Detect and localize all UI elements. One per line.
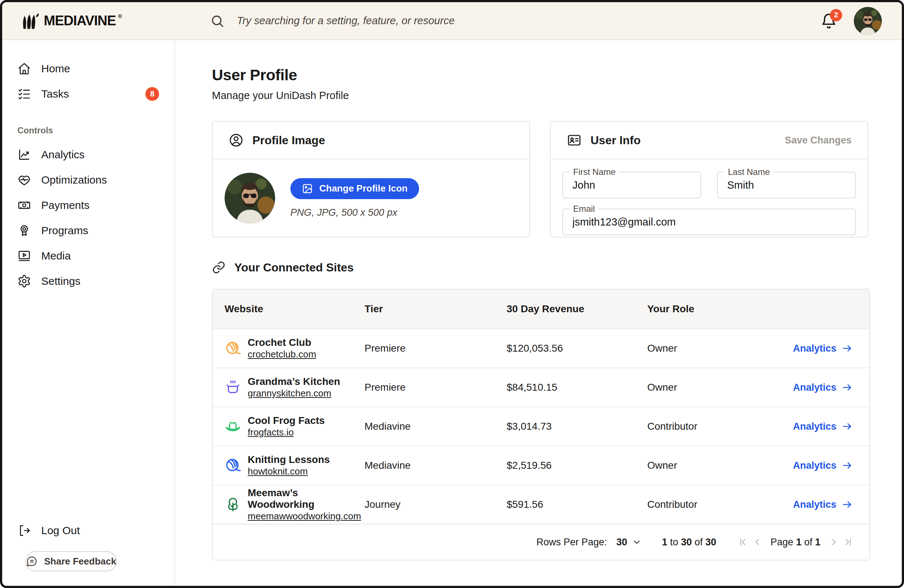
page-subtitle: Manage your UniDash Profile (212, 90, 902, 102)
share-feedback-button[interactable]: Share Feedback (25, 551, 117, 571)
feedback-bubble-icon (26, 555, 38, 567)
tree-icon (224, 496, 241, 513)
sidebar-item-label: Programs (41, 224, 88, 237)
email-input[interactable] (563, 216, 855, 228)
sidebar-item-label: Payments (41, 199, 89, 211)
sidebar-item-media[interactable]: Media (2, 243, 174, 268)
analytics-link[interactable]: Analytics (793, 381, 853, 393)
table-row: Grandma’s Kitchen grannyskitchen.com Pre… (213, 367, 869, 407)
change-profile-icon-button[interactable]: Change Profile Icon (290, 178, 419, 199)
cowboy-hat-icon (224, 418, 241, 435)
sidebar-item-label: Tasks (41, 88, 69, 100)
rows-per-page-label: Rows Per Page: (536, 537, 607, 548)
connected-sites-title: Your Connected Sites (234, 261, 354, 274)
sidebar-item-home[interactable]: Home (2, 56, 174, 81)
save-changes-button[interactable]: Save Changes (785, 135, 852, 146)
analytics-link[interactable]: Analytics (793, 421, 853, 432)
profile-image-card-title: Profile Image (252, 134, 325, 147)
avatar-photo (854, 7, 882, 35)
row-range-text: 1 to 30 of 30 (662, 537, 716, 548)
next-page-icon[interactable] (828, 536, 839, 548)
site-name: Cool Frog Facts (248, 415, 325, 426)
site-name: Grandma’s Kitchen (248, 376, 340, 388)
search-input[interactable] (237, 15, 562, 27)
topbar-actions: 2 (820, 7, 882, 35)
award-medal-icon (17, 224, 31, 238)
pagination: Page 1 of 1 (738, 536, 853, 548)
last-name-label: Last Name (724, 167, 773, 177)
site-tier: Premiere (365, 343, 507, 354)
notifications-button[interactable]: 2 (820, 12, 837, 30)
site-revenue: $120,053.56 (507, 343, 647, 354)
table-row: Cool Frog Facts frogfacts.io Mediavine $… (213, 407, 869, 446)
profile-image-card: Profile Image (212, 121, 530, 238)
logo-registered-mark: ® (118, 13, 122, 19)
sidebar-item-label: Home (41, 63, 70, 75)
sidebar-item-programs[interactable]: Programs (2, 218, 174, 243)
yarn-ball-icon (224, 457, 241, 474)
page-indicator: Page 1 of 1 (771, 537, 820, 548)
gear-icon (17, 274, 31, 288)
first-page-icon[interactable] (738, 536, 749, 548)
arrow-right-icon (841, 499, 853, 510)
connected-sites-header: Your Connected Sites (212, 260, 902, 274)
site-role: Owner (647, 381, 788, 393)
email-label: Email (569, 204, 599, 214)
sidebar-item-optimizations[interactable]: Optimizations (2, 167, 174, 192)
home-icon (17, 62, 31, 76)
logo-wordmark: MEDIAVINE (44, 12, 116, 29)
site-domain-link[interactable]: meemawwoodworking.com (248, 511, 361, 522)
site-role: Contributor (647, 421, 788, 432)
site-domain-link[interactable]: crochetclub.com (248, 349, 316, 359)
site-domain-link[interactable]: frogfacts.io (248, 427, 294, 438)
cooking-pot-icon (224, 379, 241, 396)
user-avatar[interactable] (854, 7, 882, 35)
first-name-input[interactable] (563, 179, 700, 191)
user-info-card: User Info Save Changes First Name Last N… (550, 121, 868, 238)
site-revenue: $2,519.56 (507, 460, 647, 471)
yarn-ball-icon (224, 340, 241, 357)
email-field-wrap: Email (562, 208, 856, 235)
sidebar-item-tasks[interactable]: Tasks 8 (2, 81, 174, 107)
page-title: User Profile (212, 66, 902, 84)
site-name: Knitting Lessons (248, 454, 330, 465)
global-search (210, 14, 608, 28)
user-circle-icon (229, 132, 244, 148)
table-row: Meemaw’s Woodworking meemawwoodworking.c… (213, 485, 869, 524)
last-name-input[interactable] (718, 179, 855, 191)
arrow-right-icon (841, 381, 853, 393)
chevron-down-icon (632, 537, 642, 547)
sidebar-bottom: Log Out Share Feedback (2, 518, 174, 571)
table-row: Knitting Lessons howtoknit.com Mediavine… (213, 446, 869, 485)
site-name: Crochet Club (248, 337, 316, 348)
logout-label: Log Out (41, 524, 80, 537)
last-page-icon[interactable] (841, 536, 853, 548)
image-icon (302, 183, 313, 194)
sidebar-item-label: Settings (41, 275, 80, 287)
tasks-count-badge: 8 (145, 87, 159, 101)
site-role: Contributor (647, 499, 788, 510)
col-header-role: Your Role (647, 303, 788, 315)
logout-button[interactable]: Log Out (2, 518, 174, 543)
site-domain-link[interactable]: howtoknit.com (248, 466, 308, 477)
sidebar: Home Tasks 8 Controls Analytics (2, 40, 175, 586)
previous-page-icon[interactable] (752, 536, 763, 548)
arrow-right-icon (841, 421, 853, 432)
site-tier: Mediavine (365, 421, 507, 432)
site-domain-link[interactable]: grannyskitchen.com (248, 388, 331, 399)
mediavine-logo-icon (22, 13, 41, 30)
sidebar-item-settings[interactable]: Settings (2, 268, 174, 294)
analytics-link[interactable]: Analytics (793, 343, 853, 354)
upload-format-hint: PNG, JPG, 500 x 500 px (290, 207, 419, 218)
search-icon (210, 14, 224, 28)
sidebar-item-label: Analytics (41, 148, 85, 161)
first-name-label: First Name (569, 167, 619, 177)
rows-per-page-select[interactable]: 30 (616, 537, 642, 548)
profile-photo (224, 173, 275, 223)
sidebar-item-payments[interactable]: Payments (2, 192, 174, 218)
site-name: Meemaw’s Woodworking (248, 487, 365, 510)
user-info-card-title: User Info (591, 134, 641, 147)
analytics-link[interactable]: Analytics (793, 460, 853, 471)
sidebar-item-analytics[interactable]: Analytics (2, 142, 174, 167)
analytics-link[interactable]: Analytics (793, 499, 853, 510)
